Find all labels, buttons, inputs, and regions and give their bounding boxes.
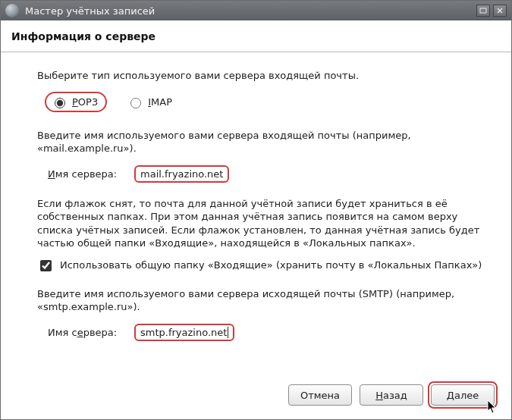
app-icon <box>5 4 19 17</box>
highlight-pop3: POP3 <box>45 92 107 112</box>
account-wizard-window: Мастер учётных записей Информация о серв… <box>0 0 512 420</box>
incoming-server-label: Имя сервера: <box>48 168 124 180</box>
global-inbox-checkbox[interactable] <box>40 260 52 271</box>
global-inbox-note: Если флажок снят, то почта для данной уч… <box>37 197 484 250</box>
cancel-button[interactable]: Отмена <box>288 384 352 406</box>
incoming-server-prompt: Введите имя используемого вами сервера в… <box>37 129 484 155</box>
radio-imap[interactable]: IMAP <box>127 96 172 108</box>
radio-imap-input[interactable] <box>130 98 141 108</box>
back-button[interactable]: Назад <box>360 384 423 406</box>
titlebar: Мастер учётных записей <box>1 1 511 20</box>
incoming-typed-text: mail.fryazino.net <box>140 168 223 180</box>
highlight-next: Далее <box>431 384 495 406</box>
wizard-buttons: Отмена Назад Далее <box>1 378 511 419</box>
incoming-server-row: Имя сервера: mail.fryazino.net <box>48 165 484 183</box>
wizard-content: Выберите тип используемого вами сервера … <box>1 52 511 378</box>
outgoing-server-prompt: Введите имя используемого вами сервера и… <box>37 287 484 314</box>
outgoing-server-row: Имя сервера: smtp.fryazino.net <box>48 323 484 342</box>
highlight-outgoing-value: smtp.fryazino.net <box>134 324 234 341</box>
close-button[interactable] <box>493 5 507 17</box>
highlight-incoming-value: mail.fryazino.net <box>134 165 229 183</box>
global-inbox-checkbox-row: Использовать общую папку «Входящие» (хра… <box>37 259 484 274</box>
radio-pop3[interactable]: POP3 <box>51 96 98 108</box>
radio-pop3-label: POP3 <box>72 96 98 108</box>
server-type-radios: POP3 IMAP <box>45 92 484 112</box>
next-button[interactable]: Далее <box>431 384 495 406</box>
wizard-header: Информация о сервере <box>1 20 511 52</box>
svg-rect-0 <box>480 8 486 13</box>
global-inbox-checkbox-label: Использовать общую папку «Входящие» (хра… <box>60 259 482 271</box>
minimize-button[interactable] <box>476 5 490 17</box>
page-title: Информация о сервере <box>11 30 155 42</box>
window-controls <box>476 5 507 17</box>
outgoing-server-label: Имя сервера: <box>48 327 124 338</box>
radio-imap-label: IMAP <box>148 96 172 108</box>
radio-pop3-input[interactable] <box>55 98 65 108</box>
window-title: Мастер учётных записей <box>25 5 476 17</box>
server-type-prompt: Выберите тип используемого вами сервера … <box>37 69 484 83</box>
outgoing-typed-text: smtp.fryazino.net <box>140 327 228 338</box>
